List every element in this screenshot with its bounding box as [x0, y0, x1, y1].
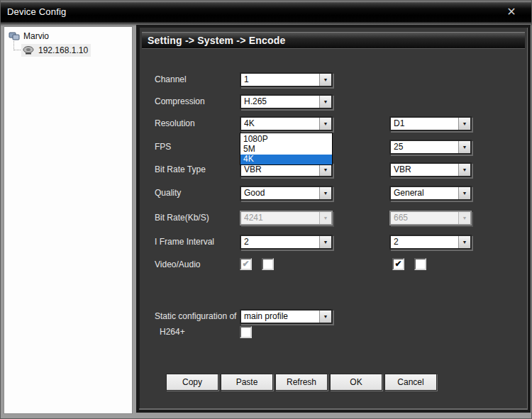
- chevron-down-icon[interactable]: ▼: [319, 311, 331, 323]
- i-frame-interval-select[interactable]: 2 ▼: [240, 235, 333, 250]
- bit-rate-label: Bit Rate(Kb/S): [155, 211, 209, 225]
- cancel-button[interactable]: Cancel: [384, 374, 437, 391]
- refresh-button[interactable]: Refresh: [275, 374, 328, 391]
- device-tree-panel: Marvio 192.168.1.10: [4, 26, 133, 414]
- chevron-down-icon[interactable]: ▼: [319, 164, 331, 176]
- resolution-label: Resolution: [155, 116, 195, 131]
- device-config-window: Device Config ✕ Marvio 192.168.1.10 Sett…: [0, 0, 532, 419]
- tree-device-item[interactable]: 192.168.1.10: [21, 44, 91, 57]
- channel-label: Channel: [155, 72, 187, 87]
- copy-button[interactable]: Copy: [166, 374, 218, 391]
- quality-sub-select[interactable]: General ▼: [389, 186, 472, 201]
- chevron-down-icon[interactable]: ▼: [319, 96, 331, 108]
- tree-root-item[interactable]: Marvio: [9, 30, 49, 42]
- bit-rate-sub-select-disabled: 665 ▼: [389, 211, 472, 225]
- camera-icon: [22, 45, 35, 55]
- compression-label: Compression: [155, 94, 205, 109]
- ok-button[interactable]: OK: [330, 374, 382, 391]
- i-frame-interval-label: I Frame Interval: [155, 235, 214, 250]
- h264-profile-select[interactable]: main profile ▼: [240, 309, 333, 324]
- chevron-down-icon[interactable]: ▼: [319, 236, 331, 248]
- static-config-label: Static configuration of: [155, 309, 236, 324]
- chevron-down-icon[interactable]: ▼: [319, 187, 331, 199]
- window-title: Device Config: [7, 6, 67, 17]
- audio-checkbox-sub[interactable]: ✔: [414, 258, 426, 270]
- chevron-down-icon[interactable]: ▼: [458, 141, 470, 153]
- chevron-down-icon: ▼: [458, 212, 470, 224]
- chevron-down-icon: ▼: [319, 212, 331, 224]
- dropdown-option-1080p[interactable]: 1080P: [240, 135, 332, 145]
- chevron-down-icon[interactable]: ▼: [319, 118, 331, 130]
- channel-select[interactable]: 1 ▼: [240, 72, 333, 87]
- close-icon[interactable]: ✕: [504, 5, 519, 19]
- chevron-down-icon[interactable]: ▼: [458, 164, 470, 176]
- fps-sub-select[interactable]: 25 ▼: [389, 140, 472, 155]
- video-checkbox-sub[interactable]: ✔: [392, 258, 404, 270]
- chevron-down-icon[interactable]: ▼: [458, 118, 470, 130]
- video-audio-label: Video/Audio: [155, 257, 201, 272]
- chevron-down-icon[interactable]: ▼: [319, 74, 331, 86]
- chevron-down-icon[interactable]: ▼: [458, 236, 470, 248]
- h264-plus-label: H264+: [160, 325, 185, 340]
- tree-connector-line: [13, 41, 21, 50]
- dropdown-option-5m[interactable]: 5M: [240, 145, 332, 155]
- title-bar: Device Config ✕: [1, 1, 532, 22]
- resolution-sub-select[interactable]: D1 ▼: [389, 116, 472, 131]
- tree-root-label: Marvio: [23, 31, 49, 41]
- audio-checkbox-main[interactable]: ✔: [262, 258, 274, 270]
- bit-rate-type-sub-select[interactable]: VBR ▼: [389, 162, 472, 177]
- resolution-dropdown-list: 1080P 5M 4K: [240, 133, 333, 165]
- dropdown-option-4k-selected[interactable]: 4K: [240, 155, 332, 164]
- video-checkbox-main[interactable]: ✔: [240, 258, 252, 270]
- resolution-select[interactable]: 4K ▼: [240, 116, 333, 131]
- device-group-icon: [9, 31, 20, 41]
- quality-label: Quality: [155, 186, 181, 201]
- breadcrumb: Setting -> System -> Encode: [142, 32, 525, 49]
- i-frame-interval-sub-select[interactable]: 2 ▼: [389, 235, 472, 250]
- encode-settings-panel: Setting -> System -> Encode Channel 1 ▼ …: [136, 25, 531, 413]
- compression-select[interactable]: H.265 ▼: [240, 94, 333, 109]
- chevron-down-icon[interactable]: ▼: [458, 187, 470, 199]
- fps-label: FPS: [155, 140, 171, 155]
- quality-select[interactable]: Good ▼: [240, 186, 333, 201]
- bit-rate-type-label: Bit Rate Type: [155, 162, 206, 177]
- tree-device-label: 192.168.1.10: [38, 45, 88, 55]
- h264-plus-checkbox[interactable]: ✔: [240, 326, 252, 338]
- bit-rate-select-disabled: 4241 ▼: [240, 211, 333, 225]
- paste-button[interactable]: Paste: [221, 374, 273, 391]
